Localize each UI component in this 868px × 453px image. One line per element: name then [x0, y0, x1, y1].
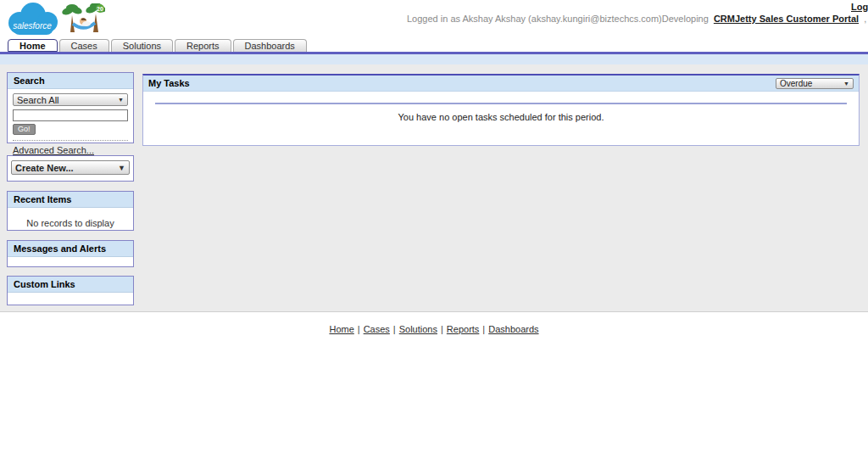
search-input[interactable] — [13, 109, 128, 121]
logged-in-text: Logged in as Akshay Akshay (akshay.kungi… — [407, 14, 709, 24]
search-divider — [13, 140, 128, 141]
tab-solutions[interactable]: Solutions — [111, 39, 173, 52]
tasks-empty-text: You have no open tasks scheduled for thi… — [143, 112, 859, 122]
salesforce-cloud-icon: salesforce — [6, 1, 60, 38]
custom-links-panel: Custom Links — [7, 276, 134, 305]
search-panel: Search Search All ▼ Go! Advanced Search.… — [7, 72, 134, 143]
create-new-panel: Create New... ▼ — [7, 155, 134, 182]
footer-separator: | — [358, 324, 360, 334]
my-tasks-panel: My Tasks Overdue ▼ You have no open task… — [142, 74, 860, 146]
advanced-search-link[interactable]: Advanced Search... — [13, 145, 94, 155]
tab-reports[interactable]: Reports — [175, 39, 231, 52]
tab-dashboards[interactable]: Dashboards — [233, 39, 307, 52]
tab-home[interactable]: Home — [8, 39, 58, 52]
custom-links-title: Custom Links — [8, 277, 133, 293]
release-badge-text: 20 — [97, 6, 103, 12]
footer-link-cases[interactable]: Cases — [364, 324, 390, 334]
messages-alerts-panel: Messages and Alerts — [7, 240, 134, 267]
my-tasks-title: My Tasks — [148, 78, 190, 88]
tasks-divider — [155, 103, 847, 104]
dropdown-arrow-icon: ▼ — [843, 81, 849, 87]
footer-links: Home|Cases|Solutions|Reports|Dashboards — [0, 324, 868, 334]
messages-alerts-title: Messages and Alerts — [8, 241, 133, 257]
tasks-filter-value: Overdue — [780, 79, 812, 88]
go-button[interactable]: Go! — [13, 124, 36, 135]
search-panel-title: Search — [8, 73, 133, 89]
footer-link-solutions[interactable]: Solutions — [399, 324, 437, 334]
dropdown-arrow-icon: ▼ — [118, 164, 125, 172]
tab-cases[interactable]: Cases — [59, 39, 109, 52]
footer-link-dashboards[interactable]: Dashboards — [488, 324, 538, 334]
salesforce-logo-text: salesforce — [13, 21, 52, 31]
release-logo-graphic: 20 — [61, 3, 105, 39]
version-text: , latest versi — [864, 14, 868, 24]
tasks-filter-select[interactable]: Overdue ▼ — [776, 78, 854, 89]
recent-items-empty-text: No records to display — [8, 208, 133, 238]
footer-separator: | — [482, 324, 485, 334]
logout-link[interactable]: Logout — [851, 2, 868, 12]
footer-separator: | — [393, 324, 396, 334]
portal-page: { "branding": { "logo_text": "salesforce… — [0, 0, 868, 453]
dropdown-arrow-icon: ▼ — [118, 97, 124, 103]
logged-in-status: Logged in as Akshay Akshay (akshay.kungi… — [407, 14, 868, 24]
palm-trees-hammock-icon: 20 — [61, 3, 105, 37]
tab-bar: Home Cases Solutions Reports Dashboards — [0, 39, 868, 52]
search-scope-value: Search All — [17, 95, 59, 105]
footer-link-home[interactable]: Home — [329, 324, 353, 334]
create-new-value: Create New... — [15, 163, 74, 173]
footer-separator: | — [441, 324, 443, 334]
footer-link-reports[interactable]: Reports — [447, 324, 480, 334]
recent-items-title: Recent Items — [8, 192, 133, 208]
search-scope-select[interactable]: Search All ▼ — [13, 93, 128, 106]
header-band — [0, 54, 868, 64]
recent-items-panel: Recent Items No records to display — [7, 191, 134, 231]
salesforce-logo: salesforce — [6, 1, 60, 40]
portal-name-link[interactable]: CRMJetty Sales Customer Portal — [714, 14, 859, 24]
create-new-select[interactable]: Create New... ▼ — [11, 160, 130, 175]
